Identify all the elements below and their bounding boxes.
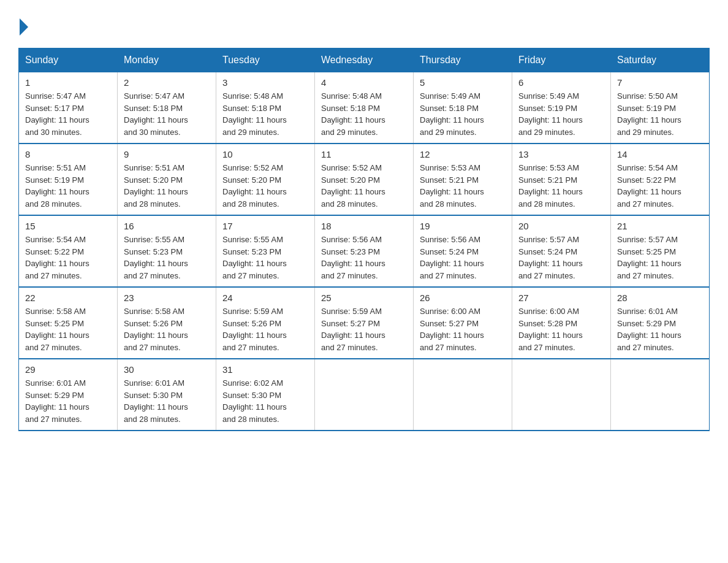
day-number: 11 [321, 149, 407, 159]
calendar-cell: 10Sunrise: 5:52 AMSunset: 5:20 PMDayligh… [216, 144, 315, 215]
calendar-cell: 11Sunrise: 5:52 AMSunset: 5:20 PMDayligh… [315, 144, 414, 215]
day-info: Sunrise: 5:48 AMSunset: 5:18 PMDaylight:… [222, 90, 308, 138]
day-number: 22 [25, 293, 111, 303]
day-info: Sunrise: 5:53 AMSunset: 5:21 PMDaylight:… [420, 162, 506, 210]
day-number: 14 [617, 149, 703, 159]
day-number: 21 [617, 221, 703, 231]
week-row-1: 1Sunrise: 5:47 AMSunset: 5:17 PMDaylight… [19, 72, 710, 144]
calendar-cell [414, 359, 512, 431]
day-info: Sunrise: 6:00 AMSunset: 5:27 PMDaylight:… [420, 305, 506, 353]
day-info: Sunrise: 5:47 AMSunset: 5:17 PMDaylight:… [25, 90, 111, 138]
day-number: 9 [124, 149, 210, 159]
calendar-cell: 17Sunrise: 5:55 AMSunset: 5:23 PMDayligh… [216, 215, 315, 287]
day-info: Sunrise: 5:51 AMSunset: 5:20 PMDaylight:… [124, 162, 210, 210]
day-number: 28 [617, 293, 703, 303]
day-info: Sunrise: 6:01 AMSunset: 5:29 PMDaylight:… [25, 377, 111, 425]
day-number: 19 [420, 221, 506, 231]
day-number: 2 [124, 77, 210, 88]
page-header [18, 18, 710, 36]
week-row-2: 8Sunrise: 5:51 AMSunset: 5:19 PMDaylight… [19, 144, 710, 215]
day-info: Sunrise: 6:00 AMSunset: 5:28 PMDaylight:… [518, 305, 604, 353]
day-number: 7 [617, 77, 703, 88]
day-header-saturday: Saturday [611, 48, 710, 72]
day-header-wednesday: Wednesday [315, 48, 414, 72]
calendar-cell: 13Sunrise: 5:53 AMSunset: 5:21 PMDayligh… [512, 144, 611, 215]
calendar-cell: 6Sunrise: 5:49 AMSunset: 5:19 PMDaylight… [512, 72, 611, 144]
day-info: Sunrise: 5:52 AMSunset: 5:20 PMDaylight:… [222, 162, 308, 210]
calendar-cell: 30Sunrise: 6:01 AMSunset: 5:30 PMDayligh… [118, 359, 216, 431]
day-info: Sunrise: 5:59 AMSunset: 5:27 PMDaylight:… [321, 305, 407, 353]
day-info: Sunrise: 5:54 AMSunset: 5:22 PMDaylight:… [617, 162, 703, 210]
day-info: Sunrise: 5:54 AMSunset: 5:22 PMDaylight:… [25, 234, 111, 282]
calendar-cell: 29Sunrise: 6:01 AMSunset: 5:29 PMDayligh… [19, 359, 118, 431]
day-info: Sunrise: 5:55 AMSunset: 5:23 PMDaylight:… [222, 234, 308, 282]
calendar-cell: 27Sunrise: 6:00 AMSunset: 5:28 PMDayligh… [512, 287, 611, 359]
day-info: Sunrise: 5:49 AMSunset: 5:19 PMDaylight:… [518, 90, 604, 138]
day-info: Sunrise: 5:57 AMSunset: 5:25 PMDaylight:… [617, 234, 703, 282]
calendar-cell: 16Sunrise: 5:55 AMSunset: 5:23 PMDayligh… [118, 215, 216, 287]
day-number: 30 [124, 364, 210, 375]
day-number: 26 [420, 293, 506, 303]
day-info: Sunrise: 5:48 AMSunset: 5:18 PMDaylight:… [321, 90, 407, 138]
calendar-table: SundayMondayTuesdayWednesdayThursdayFrid… [18, 48, 710, 431]
day-number: 18 [321, 221, 407, 231]
week-row-4: 22Sunrise: 5:58 AMSunset: 5:25 PMDayligh… [19, 287, 710, 359]
day-info: Sunrise: 5:58 AMSunset: 5:25 PMDaylight:… [25, 305, 111, 353]
day-number: 23 [124, 293, 210, 303]
calendar-cell: 12Sunrise: 5:53 AMSunset: 5:21 PMDayligh… [414, 144, 512, 215]
day-number: 4 [321, 77, 407, 88]
calendar-cell: 4Sunrise: 5:48 AMSunset: 5:18 PMDaylight… [315, 72, 414, 144]
day-info: Sunrise: 5:51 AMSunset: 5:19 PMDaylight:… [25, 162, 111, 210]
calendar-cell: 1Sunrise: 5:47 AMSunset: 5:17 PMDaylight… [19, 72, 118, 144]
day-number: 6 [518, 77, 604, 88]
calendar-body: 1Sunrise: 5:47 AMSunset: 5:17 PMDaylight… [19, 72, 710, 431]
calendar-cell [315, 359, 414, 431]
calendar-cell: 24Sunrise: 5:59 AMSunset: 5:26 PMDayligh… [216, 287, 315, 359]
calendar-cell [611, 359, 710, 431]
calendar-cell: 21Sunrise: 5:57 AMSunset: 5:25 PMDayligh… [611, 215, 710, 287]
day-number: 16 [124, 221, 210, 231]
day-number: 17 [222, 221, 308, 231]
calendar-cell: 18Sunrise: 5:56 AMSunset: 5:23 PMDayligh… [315, 215, 414, 287]
week-row-5: 29Sunrise: 6:01 AMSunset: 5:29 PMDayligh… [19, 359, 710, 431]
day-number: 27 [518, 293, 604, 303]
calendar-cell: 5Sunrise: 5:49 AMSunset: 5:18 PMDaylight… [414, 72, 512, 144]
day-number: 15 [25, 221, 111, 231]
day-header-monday: Monday [118, 48, 216, 72]
day-info: Sunrise: 5:57 AMSunset: 5:24 PMDaylight:… [518, 234, 604, 282]
week-row-3: 15Sunrise: 5:54 AMSunset: 5:22 PMDayligh… [19, 215, 710, 287]
day-info: Sunrise: 5:52 AMSunset: 5:20 PMDaylight:… [321, 162, 407, 210]
day-header-friday: Friday [512, 48, 611, 72]
day-number: 20 [518, 221, 604, 231]
day-info: Sunrise: 6:01 AMSunset: 5:30 PMDaylight:… [124, 377, 210, 425]
day-header-tuesday: Tuesday [216, 48, 315, 72]
calendar-cell: 23Sunrise: 5:58 AMSunset: 5:26 PMDayligh… [118, 287, 216, 359]
calendar-cell: 26Sunrise: 6:00 AMSunset: 5:27 PMDayligh… [414, 287, 512, 359]
calendar-header: SundayMondayTuesdayWednesdayThursdayFrid… [19, 48, 710, 72]
calendar-cell: 7Sunrise: 5:50 AMSunset: 5:19 PMDaylight… [611, 72, 710, 144]
day-info: Sunrise: 5:49 AMSunset: 5:18 PMDaylight:… [420, 90, 506, 138]
calendar-cell: 8Sunrise: 5:51 AMSunset: 5:19 PMDaylight… [19, 144, 118, 215]
calendar-cell: 2Sunrise: 5:47 AMSunset: 5:18 PMDaylight… [118, 72, 216, 144]
day-info: Sunrise: 5:59 AMSunset: 5:26 PMDaylight:… [222, 305, 308, 353]
days-of-week-row: SundayMondayTuesdayWednesdayThursdayFrid… [19, 48, 710, 72]
calendar-cell: 20Sunrise: 5:57 AMSunset: 5:24 PMDayligh… [512, 215, 611, 287]
day-info: Sunrise: 5:50 AMSunset: 5:19 PMDaylight:… [617, 90, 703, 138]
day-number: 3 [222, 77, 308, 88]
day-number: 13 [518, 149, 604, 159]
day-info: Sunrise: 6:02 AMSunset: 5:30 PMDaylight:… [222, 377, 308, 425]
day-info: Sunrise: 5:58 AMSunset: 5:26 PMDaylight:… [124, 305, 210, 353]
calendar-cell: 15Sunrise: 5:54 AMSunset: 5:22 PMDayligh… [19, 215, 118, 287]
day-number: 1 [25, 77, 111, 88]
day-info: Sunrise: 6:01 AMSunset: 5:29 PMDaylight:… [617, 305, 703, 353]
day-info: Sunrise: 5:53 AMSunset: 5:21 PMDaylight:… [518, 162, 604, 210]
day-number: 24 [222, 293, 308, 303]
day-number: 25 [321, 293, 407, 303]
day-header-sunday: Sunday [19, 48, 118, 72]
day-info: Sunrise: 5:56 AMSunset: 5:24 PMDaylight:… [420, 234, 506, 282]
calendar-cell: 3Sunrise: 5:48 AMSunset: 5:18 PMDaylight… [216, 72, 315, 144]
logo [18, 18, 29, 36]
calendar-cell: 9Sunrise: 5:51 AMSunset: 5:20 PMDaylight… [118, 144, 216, 215]
calendar-cell: 19Sunrise: 5:56 AMSunset: 5:24 PMDayligh… [414, 215, 512, 287]
logo-arrow-icon [20, 18, 28, 36]
